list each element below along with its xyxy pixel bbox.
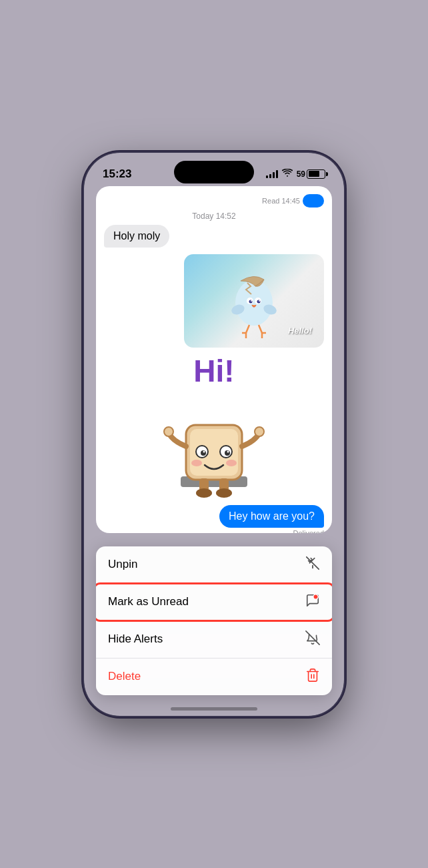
signal-icon — [266, 170, 278, 178]
delete-icon — [305, 668, 320, 686]
dynamic-island — [174, 161, 254, 183]
svg-line-10 — [259, 325, 262, 333]
read-receipt: Read 14:45 — [104, 194, 324, 207]
menu-item-label-delete: Delete — [108, 670, 141, 683]
svg-point-35 — [196, 488, 212, 498]
menu-item-mark-unread[interactable]: Mark as Unread — [96, 584, 332, 621]
svg-point-30 — [226, 460, 237, 466]
menu-item-unpin[interactable]: Unpin — [96, 546, 332, 584]
svg-point-5 — [251, 300, 252, 302]
mark-unread-icon — [305, 593, 320, 611]
status-icons: 59 — [266, 169, 325, 179]
svg-point-3 — [249, 300, 253, 303]
bird-svg — [227, 266, 281, 340]
wifi-icon — [282, 169, 293, 179]
svg-point-4 — [257, 300, 261, 303]
svg-point-32 — [255, 427, 264, 436]
message-timestamp: Today 14:52 — [104, 211, 324, 221]
svg-point-27 — [203, 450, 205, 452]
menu-item-label-unpin: Unpin — [108, 558, 137, 571]
received-bubble: Holy moly — [104, 225, 169, 248]
svg-line-39 — [306, 630, 319, 644]
svg-point-28 — [227, 450, 229, 452]
hi-sticker: Hi! — [104, 353, 324, 389]
menu-item-delete[interactable]: Delete — [96, 659, 332, 695]
sent-message: Hey how are you? — [104, 505, 324, 528]
sent-bubble: Hey how are you? — [219, 505, 324, 528]
toast-sticker-area — [104, 393, 324, 500]
chat-area: Read 14:45 Today 14:52 Holy moly — [96, 186, 332, 533]
gif-image: Hello! — [184, 254, 324, 348]
menu-item-label-hide-alerts: Hide Alerts — [108, 632, 163, 646]
phone-screen: 15:23 59 — [84, 153, 344, 716]
svg-line-9 — [246, 325, 249, 333]
unpin-icon — [305, 556, 320, 574]
status-time: 15:23 — [103, 167, 131, 181]
svg-point-6 — [259, 300, 260, 302]
delivered-text: Delivered — [104, 529, 324, 533]
context-menu: Unpin Mark as Unread — [96, 546, 332, 695]
menu-item-label-mark-unread: Mark as Unread — [108, 595, 189, 608]
home-indicator[interactable] — [171, 707, 257, 711]
toast-sticker-svg — [161, 393, 267, 500]
battery-icon: 59 — [297, 169, 325, 179]
hide-alerts-icon — [305, 630, 320, 648]
menu-item-hide-alerts[interactable]: Hide Alerts — [96, 621, 332, 659]
phone-frame: 15:23 59 — [84, 153, 344, 716]
svg-point-36 — [216, 488, 232, 498]
svg-point-0 — [235, 280, 273, 326]
gif-hello-text: Hello! — [288, 326, 312, 336]
read-receipt-bubble — [303, 194, 324, 207]
svg-point-31 — [164, 427, 173, 436]
svg-point-29 — [191, 460, 202, 466]
svg-point-38 — [313, 594, 318, 598]
received-message: Holy moly — [104, 225, 324, 248]
